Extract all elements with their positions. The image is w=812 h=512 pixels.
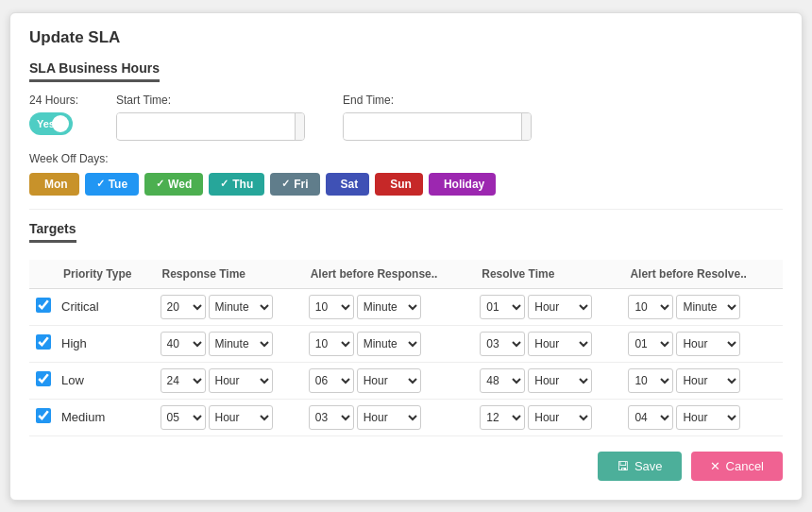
priority-high: High [61,336,87,350]
table-row: Critical 20 Minute Hour [29,288,783,325]
high-checkbox[interactable] [36,334,51,350]
medium-alert-resolve-group: 04 Hour Minute [628,405,779,430]
targets-table: Priority Type Response Time Alert before… [29,260,783,436]
wed-check-icon: ✓ [156,178,164,190]
thu-check-icon: ✓ [220,178,228,190]
medium-alert-resp-unit-select[interactable]: Hour Minute [357,405,421,430]
day-btn-mon[interactable]: Mon [29,173,79,196]
medium-resp-unit-select[interactable]: Hour Minute [209,405,273,430]
low-resp-unit-select[interactable]: Hour Minute [209,368,273,393]
priority-critical: Critical [61,299,99,314]
start-time-input[interactable]: 9:00 AM [117,113,295,139]
col-header-resolve-time: Resolve Time [476,260,624,289]
week-off-label: Week Off Days: [29,152,783,165]
low-alert-resp-num-select[interactable]: 06 [309,368,354,393]
day-label-thu: Thu [232,178,253,191]
day-btn-wed[interactable]: ✓ Wed [144,173,203,196]
day-label-sun: Sun [390,178,412,191]
high-alert-resp-unit-select[interactable]: Minute Hour [357,332,421,356]
low-response-time-group: 24 Hour Minute [161,368,301,393]
medium-alert-resolve-num-select[interactable]: 04 [628,405,673,430]
day-btn-fri[interactable]: ✓ Fri [270,173,319,196]
col-header-checkbox [29,260,58,289]
critical-alert-resolve-num-select[interactable]: 10 [628,295,673,319]
targets-section-title: Targets [29,221,76,243]
critical-alert-resolve-group: 10 Minute Hour [628,295,779,319]
low-alert-resolve-num-select[interactable]: 10 [628,368,673,393]
save-button[interactable]: 🖫 Save [598,452,682,481]
low-resolve-time-group: 48 Hour Minute [480,368,620,393]
critical-resp-unit-select[interactable]: Minute Hour [209,295,273,319]
modal-title: Update SLA [29,28,783,47]
high-alert-resolve-num-select[interactable]: 01 [628,332,673,356]
low-alert-resp-unit-select[interactable]: Hour Minute [357,368,421,393]
low-resolve-num-select[interactable]: 48 [480,368,525,393]
critical-alert-resp-unit-select[interactable]: Minute Hour [357,295,421,319]
critical-response-time-group: 20 Minute Hour [161,295,301,319]
high-alert-resolve-group: 01 Hour Minute [628,332,779,356]
critical-alert-resp-num-select[interactable]: 10 [309,295,354,319]
high-alert-resolve-unit-select[interactable]: Hour Minute [676,332,740,356]
low-alert-resolve-unit-select[interactable]: Hour Minute [676,368,740,393]
cancel-icon: ✕ [710,459,720,473]
end-time-input[interactable]: 3:00 PM [344,113,521,139]
day-label-fri: Fri [294,178,308,191]
cancel-label: Cancel [726,459,764,473]
low-resolve-unit-select[interactable]: Hour Minute [528,368,592,393]
day-btn-thu[interactable]: ✓ Thu [209,173,264,196]
day-btn-holiday[interactable]: Holiday [429,173,496,196]
high-alert-resp-group: 10 Minute Hour [309,332,473,356]
medium-alert-resp-num-select[interactable]: 03 [309,405,354,430]
day-btn-sat[interactable]: Sat [326,173,370,196]
low-checkbox[interactable] [36,371,51,386]
medium-resp-num-select[interactable]: 05 [161,405,206,430]
priority-low: Low [61,373,84,387]
low-resp-num-select[interactable]: 24 [161,368,206,393]
day-label-wed: Wed [168,178,192,191]
priority-medium: Medium [61,410,105,424]
day-label-tue: Tue [109,178,127,191]
critical-resolve-unit-select[interactable]: Hour Minute [528,295,592,319]
table-row: Medium 05 Hour Minute [29,399,783,435]
low-alert-resp-group: 06 Hour Minute [309,368,473,393]
high-resolve-time-group: 03 Hour Minute [480,332,620,356]
medium-checkbox[interactable] [36,408,51,423]
high-response-time-group: 40 Minute Hour [161,332,301,356]
medium-resolve-num-select[interactable]: 12 [480,405,525,430]
targets-section: Targets Priority Type Response Time Aler… [29,209,783,436]
week-off-section: Week Off Days: Mon ✓ Tue ✓ Wed ✓ Thu [29,152,783,196]
24hours-label: 24 Hours: [29,94,78,107]
update-sla-modal: Update SLA SLA Business Hours 24 Hours: … [9,12,803,501]
start-time-input-wrap: 9:00 AM 🕐 [116,112,305,141]
day-label-holiday: Holiday [444,178,484,191]
critical-resolve-num-select[interactable]: 01 [480,295,525,319]
end-time-clock-button[interactable]: 🕐 [521,113,532,140]
start-time-clock-button[interactable]: 🕐 [295,113,305,140]
save-label: Save [634,459,663,473]
24hours-toggle[interactable]: Yes [29,112,73,135]
medium-alert-resp-group: 03 Hour Minute [309,405,473,430]
day-btn-tue[interactable]: ✓ Tue [85,173,139,196]
critical-alert-resolve-unit-select[interactable]: Minute Hour [676,295,740,319]
high-resp-num-select[interactable]: 40 [161,332,206,356]
critical-resp-num-select[interactable]: 20 [161,295,206,319]
cancel-button[interactable]: ✕ Cancel [691,452,783,481]
medium-response-time-group: 05 Hour Minute [161,405,301,430]
high-resp-unit-select[interactable]: Minute Hour [209,332,273,356]
high-resolve-unit-select[interactable]: Hour Minute [528,332,592,356]
end-time-input-wrap: 3:00 PM 🕐 [343,112,532,141]
col-header-priority-type: Priority Type [58,260,157,289]
low-alert-resolve-group: 10 Hour Minute [628,368,779,393]
toggle-yes-label: Yes [37,118,55,129]
tue-check-icon: ✓ [96,178,105,190]
table-row: Low 24 Hour Minute [29,362,783,399]
sla-section-title: SLA Business Hours [29,60,160,82]
day-label-mon: Mon [44,178,68,191]
medium-resolve-unit-select[interactable]: Hour Minute [528,405,592,430]
critical-checkbox[interactable] [36,298,51,313]
high-alert-resp-num-select[interactable]: 10 [309,332,354,356]
medium-alert-resolve-unit-select[interactable]: Hour Minute [676,405,740,430]
day-btn-sun[interactable]: Sun [375,173,423,196]
sla-business-hours-section: SLA Business Hours 24 Hours: Yes Start T… [29,60,783,196]
high-resolve-num-select[interactable]: 03 [480,332,525,356]
